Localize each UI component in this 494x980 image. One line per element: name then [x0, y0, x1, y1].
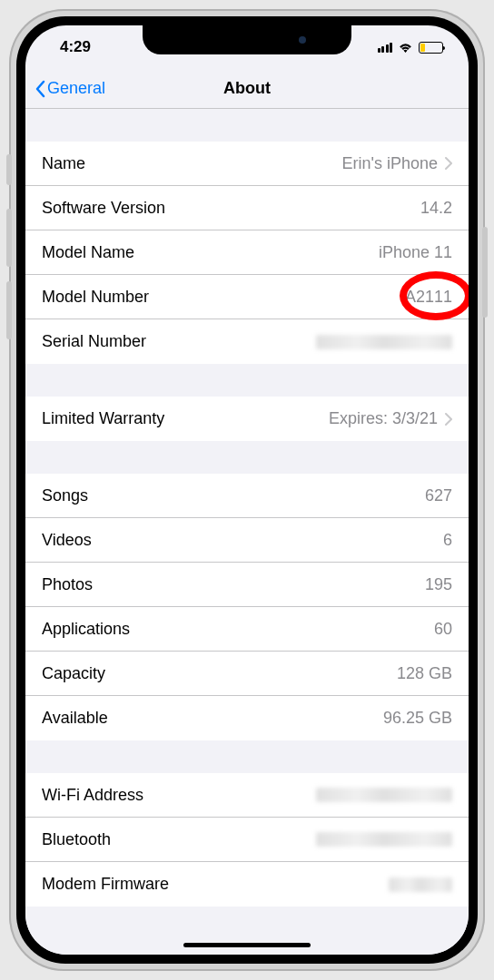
mute-switch — [6, 154, 12, 185]
screen: 4:29 Gen — [25, 25, 469, 955]
row-songs[interactable]: Songs 627 — [25, 474, 469, 518]
row-label: Model Number — [42, 288, 149, 307]
row-value: 14.2 — [420, 199, 452, 218]
row-wifi-address[interactable]: Wi-Fi Address — [25, 773, 469, 818]
row-value: 128 GB — [397, 664, 452, 683]
row-value: iPhone 11 — [379, 243, 452, 262]
row-photos[interactable]: Photos 195 — [25, 563, 469, 607]
blurred-value — [316, 832, 452, 847]
blurred-value — [389, 877, 452, 892]
power-button — [482, 227, 488, 318]
row-value: Erin's iPhone — [342, 154, 439, 173]
row-label: Photos — [42, 575, 93, 594]
section-device-info: Name Erin's iPhone Software Version 14.2… — [25, 142, 469, 364]
battery-icon — [419, 42, 443, 54]
row-value: 96.25 GB — [383, 709, 452, 728]
row-label: Applications — [42, 620, 130, 639]
row-label: Modem Firmware — [42, 875, 169, 894]
content-scroll[interactable]: Name Erin's iPhone Software Version 14.2… — [25, 109, 469, 955]
volume-up — [6, 209, 12, 267]
back-label: General — [47, 79, 105, 98]
blurred-value — [316, 788, 452, 802]
row-modem-firmware[interactable]: Modem Firmware — [25, 862, 469, 906]
row-label: Model Name — [42, 243, 134, 262]
row-applications[interactable]: Applications 60 — [25, 607, 469, 652]
row-label: Bluetooth — [42, 830, 111, 849]
row-value: 195 — [425, 575, 452, 594]
row-value: 60 — [434, 620, 452, 639]
row-bluetooth[interactable]: Bluetooth — [25, 818, 469, 862]
row-model-number[interactable]: Model Number A2111 — [25, 275, 469, 319]
row-limited-warranty[interactable]: Limited Warranty Expires: 3/3/21 — [25, 397, 469, 441]
row-label: Videos — [42, 531, 92, 550]
chevron-left-icon — [35, 80, 45, 98]
back-button[interactable]: General — [35, 79, 105, 98]
chevron-right-icon — [445, 413, 452, 426]
row-capacity[interactable]: Capacity 128 GB — [25, 652, 469, 696]
device-frame: 4:29 Gen — [9, 9, 485, 971]
chevron-right-icon — [445, 157, 452, 170]
row-label: Available — [42, 709, 108, 728]
row-value: A2111 — [405, 288, 452, 307]
volume-down — [6, 281, 12, 339]
blurred-value — [316, 335, 452, 349]
row-label: Limited Warranty — [42, 409, 164, 428]
page-title: About — [223, 79, 271, 98]
section-storage: Songs 627 Videos 6 Photos 195 Applicatio… — [25, 474, 469, 740]
status-indicators — [378, 42, 444, 54]
row-model-name[interactable]: Model Name iPhone 11 — [25, 230, 469, 275]
row-available[interactable]: Available 96.25 GB — [25, 696, 469, 740]
navigation-bar: General About — [25, 69, 469, 109]
section-network: Wi-Fi Address Bluetooth Modem Firmware — [25, 773, 469, 906]
row-label: Name — [42, 154, 85, 173]
row-label: Software Version — [42, 199, 165, 218]
row-label: Songs — [42, 486, 88, 505]
section-warranty: Limited Warranty Expires: 3/3/21 — [25, 397, 469, 441]
row-value: 627 — [425, 486, 452, 505]
wifi-icon — [398, 42, 413, 54]
status-time: 4:29 — [60, 38, 91, 56]
home-indicator[interactable] — [183, 943, 311, 947]
row-value: 6 — [443, 531, 452, 550]
row-videos[interactable]: Videos 6 — [25, 518, 469, 563]
row-serial-number[interactable]: Serial Number — [25, 319, 469, 364]
row-name[interactable]: Name Erin's iPhone — [25, 142, 469, 186]
row-label: Capacity — [42, 664, 105, 683]
notch — [143, 25, 351, 54]
cellular-signal-icon — [378, 42, 393, 53]
row-label: Wi-Fi Address — [42, 786, 143, 805]
row-software-version[interactable]: Software Version 14.2 — [25, 186, 469, 230]
row-label: Serial Number — [42, 332, 146, 351]
row-value: Expires: 3/3/21 — [329, 409, 438, 428]
